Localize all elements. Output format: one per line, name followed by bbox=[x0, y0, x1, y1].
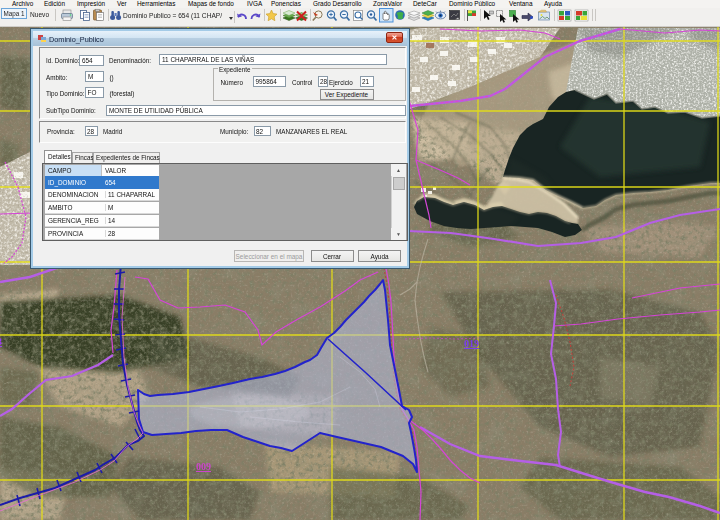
svg-text:009: 009 bbox=[196, 461, 211, 472]
svg-text:019: 019 bbox=[464, 338, 479, 349]
svg-text:03: 03 bbox=[0, 336, 2, 347]
